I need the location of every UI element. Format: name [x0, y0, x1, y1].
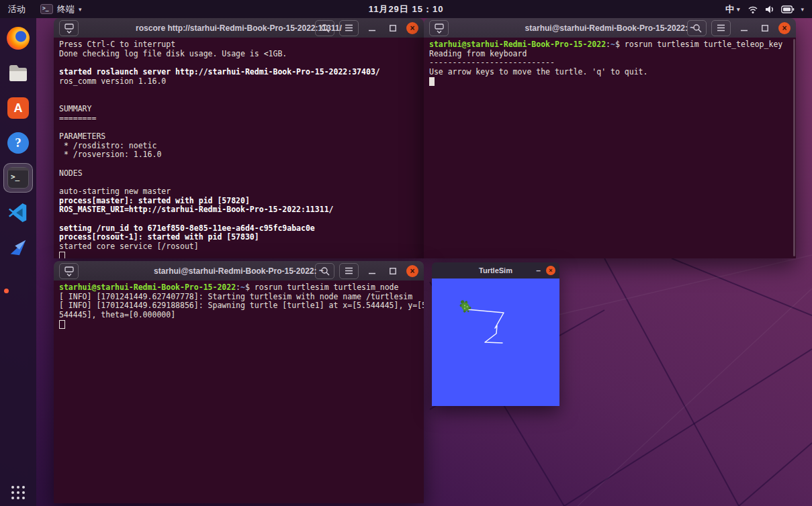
network-icon [748, 5, 758, 14]
terminal-output-roscore[interactable]: Press Ctrl-C to interruptDone checking l… [54, 38, 424, 258]
titlebar[interactable]: TurtleSim – × [432, 262, 559, 279]
focused-app-name: 终端 [57, 3, 75, 15]
minimize-button[interactable] [365, 264, 379, 279]
terminal-line: started core service [/rosout] [59, 242, 418, 252]
terminal-line: [ INFO] [1701241449.627407778]: Starting… [59, 293, 418, 302]
terminal-icon-prompt: >_ [11, 172, 19, 181]
system-status-area[interactable]: ▾ [748, 5, 804, 14]
terminal-line: Done checking log file disk usage. Usage… [59, 50, 418, 59]
close-icon: × [410, 266, 414, 276]
terminal-line: auto-starting new master [59, 187, 418, 197]
show-applications-button[interactable] [11, 486, 25, 499]
titlebar[interactable]: starhui@starhui-Redmi-Book-Pro-15-2022: … [424, 18, 796, 38]
ubuntu-software-icon: A [7, 97, 29, 119]
titlebar[interactable]: starhui@starhui-Redmi-Book-Pro-15-2022: … [54, 261, 424, 281]
terminal-line: NODES [59, 169, 418, 179]
search-button[interactable] [315, 20, 334, 36]
dock-item-firefox[interactable] [3, 23, 33, 53]
terminal-app-icon: >_ [40, 4, 53, 14]
input-method-label: 中 [725, 3, 734, 15]
chevron-down-icon: ▾ [737, 6, 740, 13]
dock-item-vscode[interactable] [3, 198, 33, 227]
terminal-cursor [59, 252, 65, 258]
chevron-down-icon: ▾ [79, 6, 82, 13]
window-turtlesim: TurtleSim – × [432, 262, 559, 406]
terminal-icon: >_ [7, 167, 29, 189]
terminal-line: Reading from keyboard [429, 50, 791, 59]
files-folder-icon [7, 62, 30, 85]
terminal-line: * /rosversion: 1.16.0 [59, 150, 418, 160]
close-button[interactable]: × [778, 22, 791, 34]
terminal-line: setting /run_id to 671ef850-8e85-11ee-a6… [59, 224, 418, 234]
dock-item-ubuntu-software[interactable]: A [3, 93, 33, 123]
terminal-line [59, 178, 418, 187]
minimize-button[interactable] [365, 21, 379, 36]
dock-item-help[interactable]: ? [3, 128, 33, 158]
dock-item-files[interactable] [3, 58, 33, 88]
terminal-cursor [59, 320, 65, 329]
minimize-button[interactable] [737, 21, 752, 36]
search-button[interactable] [315, 263, 334, 279]
input-method-indicator[interactable]: 中 ▾ [725, 3, 740, 15]
scrollbar[interactable] [793, 39, 795, 256]
tab-switcher-button[interactable] [59, 20, 79, 36]
terminal-line [59, 95, 418, 105]
tab-switcher-button[interactable] [429, 20, 449, 36]
tab-switcher-button[interactable] [59, 263, 79, 279]
dock-item-terminal[interactable]: >_ [3, 163, 33, 193]
clock[interactable]: 11月29日 15：10 [369, 3, 444, 15]
menu-button[interactable] [339, 20, 359, 36]
dock: A ? >_ [0, 18, 36, 506]
terminal-line: SUMMARY [59, 105, 418, 114]
terminal-output-teleop[interactable]: starhui@starhui-Redmi-Book-Pro-15-2022:~… [424, 38, 796, 258]
terminal-line [59, 320, 418, 330]
window-turtlesim-node: starhui@starhui-Redmi-Book-Pro-15-2022: … [54, 261, 424, 503]
turtlesim-canvas[interactable] [432, 279, 559, 406]
terminal-line [59, 58, 418, 68]
activities-button[interactable]: 活动 [8, 3, 26, 15]
firefox-icon [7, 27, 30, 50]
window-title: starhui@starhui-Redmi-Book-Pro-15-2022: … [154, 266, 324, 276]
window-title: TurtleSim [479, 266, 512, 274]
window-title: starhui@starhui-Redmi-Book-Pro-15-2022: … [525, 23, 695, 33]
close-button[interactable]: × [406, 265, 418, 277]
window-teleop: starhui@starhui-Redmi-Book-Pro-15-2022: … [424, 18, 796, 258]
terminal-line [429, 77, 791, 87]
terminal-line: 544445], theta=[0.000000] [59, 311, 418, 320]
search-button[interactable] [687, 20, 707, 36]
close-button[interactable]: × [406, 22, 418, 34]
help-icon: ? [7, 132, 29, 154]
volume-icon [764, 5, 775, 14]
close-icon: × [782, 23, 786, 33]
terminal-line: [ INFO] [1701241449.629188856]: Spawning… [59, 301, 418, 311]
maximize-button[interactable] [758, 21, 772, 36]
terminal-line: process[rosout-1]: started with pid [578… [59, 233, 418, 242]
menu-button[interactable] [339, 263, 359, 279]
close-button[interactable]: × [546, 266, 555, 275]
terminal-line: ROS_MASTER_URI=http://starhui-Redmi-Book… [59, 205, 418, 215]
minimize-button[interactable]: – [536, 266, 541, 275]
terminal-line: starhui@starhui-Redmi-Book-Pro-15-2022:~… [59, 283, 418, 293]
maximize-button[interactable] [386, 264, 400, 279]
terminal-output-sim-node[interactable]: starhui@starhui-Redmi-Book-Pro-15-2022:~… [54, 281, 424, 503]
chevron-down-icon: ▾ [801, 6, 804, 13]
terminal-line: Press Ctrl-C to interrupt [59, 40, 418, 50]
terminal-cursor [429, 77, 435, 86]
titlebar[interactable]: roscore http://starhui-Redmi-Book-Pro-15… [54, 18, 424, 38]
close-icon: × [549, 267, 552, 274]
terminal-line [59, 123, 418, 132]
terminal-line [59, 160, 418, 169]
dock-item-blue-app[interactable] [3, 233, 33, 262]
focused-app-menu[interactable]: >_ 终端 ▾ [40, 3, 82, 15]
close-icon: × [410, 23, 414, 33]
vscode-icon [7, 202, 29, 223]
battery-icon [781, 5, 795, 13]
terminal-line: ======== [59, 114, 418, 123]
terminal-line: process[master]: started with pid [57820… [59, 197, 418, 206]
terminal-line [59, 215, 418, 224]
notification-dot [4, 289, 9, 293]
menu-button[interactable] [711, 20, 731, 36]
terminal-line: starhui@starhui-Redmi-Book-Pro-15-2022:~… [429, 40, 791, 50]
top-bar: 活动 >_ 终端 ▾ 11月29日 15：10 中 ▾ [0, 0, 812, 18]
maximize-button[interactable] [386, 21, 400, 36]
